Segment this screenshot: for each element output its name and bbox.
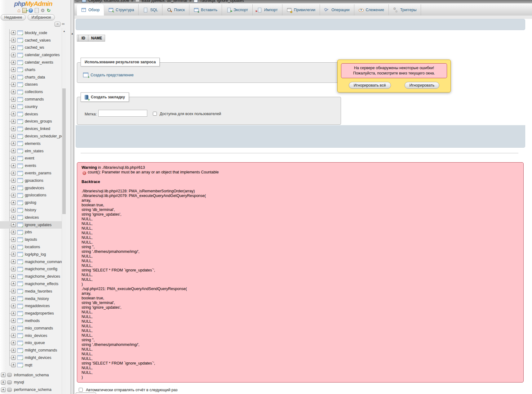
scroll-up-arrow-icon[interactable]: ▲ xyxy=(63,30,65,33)
expand-plus-icon[interactable] xyxy=(11,363,16,367)
table-name[interactable]: devices_linked xyxy=(25,127,50,131)
sidebar-table-item[interactable]: devices xyxy=(0,110,66,118)
table-name[interactable]: charts xyxy=(25,68,35,72)
expand-plus-icon[interactable] xyxy=(11,67,16,72)
sidebar-table-item[interactable]: layouts xyxy=(0,236,66,243)
expand-plus-icon[interactable] xyxy=(11,45,16,50)
sidebar-table-item[interactable]: devices_scheduler_points xyxy=(0,132,66,140)
expand-plus-icon[interactable] xyxy=(11,193,16,198)
expand-plus-icon[interactable] xyxy=(11,237,16,242)
sidebar-table-item[interactable]: events xyxy=(0,162,66,169)
table-name[interactable]: history xyxy=(25,208,36,212)
expand-plus-icon[interactable] xyxy=(11,178,16,183)
table-name[interactable]: commands xyxy=(25,97,44,101)
scrollbar-thumb[interactable] xyxy=(62,88,66,214)
sidebar-table-item[interactable]: miio_devices xyxy=(0,332,66,339)
table-name[interactable]: media_favorites xyxy=(25,289,52,293)
sidebar-table-item[interactable]: milight_commands xyxy=(0,347,66,354)
panel-splitter[interactable]: ▲ xyxy=(70,0,75,394)
breadcrumb-server[interactable]: Сервер: localhost:3306 xyxy=(88,0,129,3)
expand-plus-icon[interactable] xyxy=(11,274,16,279)
tab[interactable]: Экспорт xyxy=(222,4,253,16)
tab[interactable]: Импорт xyxy=(253,4,282,16)
breadcrumb-database[interactable]: База данных: db_terminal xyxy=(142,0,187,3)
table-name[interactable]: cached_values xyxy=(25,38,51,43)
sidebar-database-item[interactable]: information_schema xyxy=(0,371,66,379)
sidebar-table-item[interactable]: mqtt xyxy=(0,361,66,369)
expand-plus-icon[interactable] xyxy=(11,38,16,43)
table-name[interactable]: magichome_devices xyxy=(25,274,60,279)
table-name[interactable]: locations xyxy=(25,245,40,249)
sidebar-table-item[interactable]: magichome_config xyxy=(0,266,66,273)
sidebar-database-item[interactable]: performance_schema xyxy=(0,386,66,393)
sidebar-table-item[interactable]: history xyxy=(0,206,66,214)
splitter-arrow-icon[interactable]: ▲ xyxy=(71,32,73,35)
table-name[interactable]: miio_commands xyxy=(25,326,53,330)
database-name[interactable]: performance_schema xyxy=(14,387,51,392)
sidebar-table-item[interactable]: gpslocations xyxy=(0,192,66,199)
tab[interactable]: SQL xyxy=(139,4,162,16)
tab[interactable]: Операции xyxy=(320,4,354,16)
table-name[interactable]: blockly_code xyxy=(25,31,47,35)
sidebar-table-item[interactable]: cached_values xyxy=(0,37,66,44)
expand-plus-icon[interactable] xyxy=(11,341,16,345)
create-view-link[interactable]: Создать представление xyxy=(83,73,134,77)
expand-plus-icon[interactable] xyxy=(11,355,16,360)
table-name[interactable]: elements xyxy=(25,141,41,146)
sidebar-table-item[interactable]: gpsactions xyxy=(0,177,66,184)
table-name[interactable]: elm_states xyxy=(25,149,43,153)
table-name[interactable]: media_history xyxy=(25,297,49,301)
sidebar-table-item[interactable]: jobs xyxy=(0,229,66,236)
sidebar-table-item[interactable]: media_favorites xyxy=(0,288,66,295)
back-arrow-icon[interactable]: ← xyxy=(76,0,80,3)
database-name[interactable]: information_schema xyxy=(14,373,49,377)
expand-plus-icon[interactable] xyxy=(1,387,6,392)
expand-plus-icon[interactable] xyxy=(11,53,16,57)
column-header-id[interactable]: ID xyxy=(79,35,88,42)
expand-plus-icon[interactable] xyxy=(11,149,16,153)
sidebar-table-item[interactable]: idevices xyxy=(0,214,66,221)
sidebar-table-item[interactable]: collections xyxy=(0,88,66,96)
expand-plus-icon[interactable] xyxy=(11,245,16,249)
sidebar-table-item[interactable]: log4php_log xyxy=(0,251,66,258)
table-name[interactable]: charts_data xyxy=(25,75,45,79)
ignore-all-button[interactable]: Игнорировать всё xyxy=(349,82,391,89)
ignore-button[interactable]: Игнорировать xyxy=(405,82,440,89)
expand-plus-icon[interactable] xyxy=(11,171,16,176)
sidebar-table-item[interactable]: elm_states xyxy=(0,147,66,155)
home-icon[interactable]: ⌂ xyxy=(17,8,20,13)
expand-plus-icon[interactable] xyxy=(11,230,16,235)
sidebar-table-item[interactable]: methods xyxy=(0,317,66,325)
table-name[interactable]: collections xyxy=(25,90,43,94)
table-name[interactable]: event xyxy=(25,156,34,160)
sidebar-table-item[interactable]: events_params xyxy=(0,169,66,177)
expand-plus-icon[interactable] xyxy=(11,75,16,79)
expand-plus-icon[interactable] xyxy=(11,104,16,109)
expand-plus-icon[interactable] xyxy=(11,304,16,308)
table-name[interactable]: megaddevices xyxy=(25,304,50,308)
sidebar-scrollbar[interactable]: ▲ xyxy=(62,28,66,394)
sidebar-table-item[interactable]: calendar_categories xyxy=(0,51,66,59)
table-name[interactable]: megadproperties xyxy=(25,311,54,316)
table-name[interactable]: gpslog xyxy=(25,200,36,205)
expand-plus-icon[interactable] xyxy=(11,333,16,338)
table-name[interactable]: ignore_updates xyxy=(25,223,51,227)
sidebar-table-item[interactable]: magichome_devices xyxy=(0,273,66,280)
table-name[interactable]: gpsdevices xyxy=(25,186,44,190)
tab[interactable]: Вставить xyxy=(189,4,222,16)
table-name[interactable]: devices_groups xyxy=(25,119,52,123)
expand-plus-icon[interactable] xyxy=(11,259,16,264)
table-name[interactable]: classes xyxy=(25,82,38,87)
partial-button[interactable] xyxy=(76,392,96,394)
expand-plus-icon[interactable] xyxy=(1,373,6,377)
sidebar-table-item[interactable]: ignore_updates xyxy=(0,221,66,229)
documentation-icon[interactable] xyxy=(35,8,39,13)
table-name[interactable]: miio_queue xyxy=(25,341,45,345)
sidebar-table-item[interactable]: gpsdevices xyxy=(0,184,66,192)
link-panels-icon[interactable]: ∞ xyxy=(62,21,64,26)
sidebar-table-item[interactable]: elements xyxy=(0,140,66,147)
sidebar-table-item[interactable]: classes xyxy=(0,81,66,88)
tab[interactable]: Триггеры xyxy=(389,4,421,16)
bookmark-shared-checkbox[interactable] xyxy=(153,112,157,116)
table-name[interactable]: milight_commands xyxy=(25,348,57,352)
